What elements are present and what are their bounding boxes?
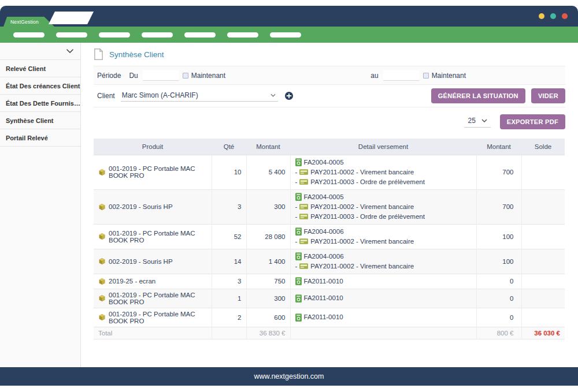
calendar-checkbox-icon[interactable] <box>183 73 188 79</box>
sidebar-item-1[interactable]: Relevé Client <box>0 60 80 77</box>
page-header: Synthèse Client <box>94 43 565 66</box>
sidebar-item-2[interactable]: État Des créances Client <box>0 77 80 95</box>
product-label: 2019-25 - ecran <box>109 278 155 285</box>
bank-card-icon <box>299 214 308 219</box>
total-montant-verse: 800 € <box>476 327 521 339</box>
chevron-down-icon <box>481 119 487 122</box>
table-row: 2019-25 - ecran3750FA2011-00100 <box>94 274 565 289</box>
vider-button[interactable]: VIDER <box>531 88 565 103</box>
column-header: Montant <box>246 139 290 155</box>
paid-amount-cell: 100 <box>476 249 521 274</box>
invoice-number: FA2011-0010 <box>304 277 343 286</box>
brand-tab[interactable]: NextGestion <box>3 17 54 27</box>
total-detail <box>290 327 476 339</box>
paid-amount-cell: 0 <box>476 274 521 289</box>
product-cell: 001-2019 - PC Portable MAC BOOK PRO <box>94 289 212 308</box>
invoice-number: FA2004-0006 <box>304 227 344 237</box>
column-header: Solde <box>521 139 565 155</box>
versement-cell: FA2011-0010 <box>290 308 476 327</box>
table-row: 002-2019 - Souris HP141 400FA2004-0006-P… <box>94 249 565 274</box>
nav-pill[interactable] <box>13 32 45 38</box>
nav-pill[interactable] <box>56 32 87 38</box>
payment-line: PAY2011-0002 - Virement bancaire <box>310 167 414 177</box>
periode-label: Période <box>97 72 121 80</box>
paid-amount-cell: 700 <box>476 189 521 224</box>
solde-cell <box>521 189 565 224</box>
footer-bar: www.nextgestion.com <box>0 367 578 386</box>
solde-cell <box>521 308 565 327</box>
nav-pill[interactable] <box>99 32 130 38</box>
qty-cell: 3 <box>212 189 246 224</box>
table-body: 001-2019 - PC Portable MAC BOOK PRO105 4… <box>94 155 565 327</box>
versement-cell: FA2004-0006-PAY2011-0002 - Virement banc… <box>290 249 476 274</box>
package-box-icon <box>98 169 106 176</box>
client-label: Client <box>97 92 115 100</box>
ghost-tab[interactable] <box>49 12 94 24</box>
page-size-value: 25 <box>468 117 475 125</box>
add-client-button[interactable] <box>285 92 293 100</box>
brand-label: NextGestion <box>3 19 39 25</box>
versement-cell: FA2004-0005-PAY2011-0002 - Virement banc… <box>290 155 476 189</box>
app-window: NextGestion Relevé ClientÉtat Des créanc… <box>0 0 578 392</box>
page-size-select[interactable]: 25 <box>464 115 490 128</box>
window-dot-red-icon[interactable] <box>562 13 568 19</box>
top-margin <box>0 0 578 6</box>
solde-cell <box>521 249 565 274</box>
product-label: 001-2019 - PC Portable MAC BOOK PRO <box>109 292 207 305</box>
nav-pill[interactable] <box>227 32 258 38</box>
product-cell: 002-2019 - Souris HP <box>94 189 212 224</box>
du-label: Du <box>129 72 138 80</box>
window-dot-yellow-icon[interactable] <box>539 13 544 19</box>
total-qte <box>212 327 246 339</box>
sidebar-item-3[interactable]: État Des Dette Fournis… <box>0 95 80 112</box>
invoice-number: FA2004-0005 <box>304 158 344 167</box>
product-cell: 001-2019 - PC Portable MAC BOOK PRO <box>94 224 212 249</box>
payment-line: PAY2011-0002 - Virement bancaire <box>310 202 414 212</box>
client-row: Client Marc Simon (A-CHARIF) GÉNÉRER LA … <box>94 85 565 107</box>
table-row: 001-2019 - PC Portable MAC BOOK PRO5228 … <box>94 224 565 249</box>
window-dot-teal-icon[interactable] <box>550 13 556 19</box>
solde-cell <box>521 274 565 289</box>
client-select-value: Marc Simon (A-CHARIF) <box>122 91 198 99</box>
invoice-icon <box>295 158 302 166</box>
amount-cell: 5 400 <box>246 155 290 189</box>
table-row: 001-2019 - PC Portable MAC BOOK PRO1300F… <box>94 289 565 308</box>
solde-cell <box>521 224 565 249</box>
nav-pill[interactable] <box>270 32 301 38</box>
main-content: Synthèse Client Période Du Maintenant au… <box>81 43 578 367</box>
sidebar: Relevé ClientÉtat Des créances ClientÉta… <box>0 43 81 367</box>
product-label: 002-2019 - Souris HP <box>109 258 173 265</box>
payment-line: PAY2011-0003 - Ordre de prélèvement <box>310 212 425 222</box>
bank-card-icon <box>299 179 308 185</box>
nav-pill[interactable] <box>184 32 216 38</box>
column-header: Detail versement <box>290 139 476 155</box>
bank-card-icon <box>299 204 308 210</box>
date-to-input[interactable] <box>383 70 419 81</box>
versement-cell: FA2004-0005-PAY2011-0002 - Virement banc… <box>290 189 476 224</box>
payment-line: PAY2011-0003 - Ordre de prélèvement <box>310 177 425 187</box>
sidebar-item-4[interactable]: Synthèse Client <box>0 112 80 129</box>
paid-amount-cell: 0 <box>476 289 521 308</box>
invoice-icon <box>295 193 302 201</box>
title-bar: NextGestion <box>0 6 578 27</box>
column-header: Montant <box>476 139 521 155</box>
sidebar-collapse-select[interactable] <box>0 43 80 60</box>
calendar-checkbox-icon[interactable] <box>423 73 429 79</box>
amount-cell: 300 <box>246 189 290 224</box>
amount-cell: 300 <box>246 289 290 308</box>
generer-situation-button[interactable]: GÉNÉRER LA SITUATION <box>431 88 525 103</box>
invoice-icon <box>295 294 302 303</box>
footer-url: www.nextgestion.com <box>254 372 324 380</box>
sidebar-item-5[interactable]: Portail Relevé <box>0 129 80 147</box>
package-box-icon <box>98 257 106 265</box>
client-select[interactable]: Marc Simon (A-CHARIF) <box>121 90 278 102</box>
versement-cell: FA2004-0006-PAY2011-0002 - Virement banc… <box>290 224 476 249</box>
amount-cell: 1 400 <box>246 249 290 274</box>
total-montant: 36 830 € <box>246 327 290 339</box>
qty-cell: 2 <box>212 308 246 327</box>
date-from-input[interactable] <box>143 70 179 81</box>
nav-pill[interactable] <box>142 32 173 38</box>
table-head: ProduitQtéMontantDetail versementMontant… <box>94 139 565 155</box>
export-pdf-button[interactable]: EXPORTER PDF <box>500 114 565 129</box>
amount-cell: 28 080 <box>246 224 290 249</box>
